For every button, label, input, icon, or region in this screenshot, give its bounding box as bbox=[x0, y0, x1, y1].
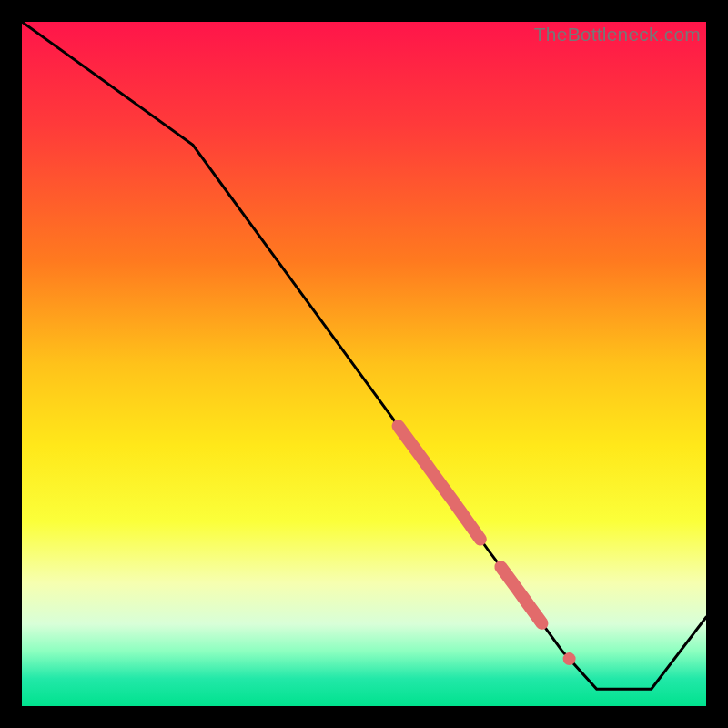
chart-frame: TheBottleneck.com bbox=[0, 0, 728, 728]
plot-area: TheBottleneck.com bbox=[22, 22, 706, 706]
bottleneck-curve bbox=[22, 22, 706, 706]
highlight-segment-2 bbox=[500, 567, 541, 623]
highlight-segment-1 bbox=[399, 426, 480, 539]
curve-path bbox=[22, 22, 706, 689]
highlight-dot bbox=[563, 652, 576, 665]
